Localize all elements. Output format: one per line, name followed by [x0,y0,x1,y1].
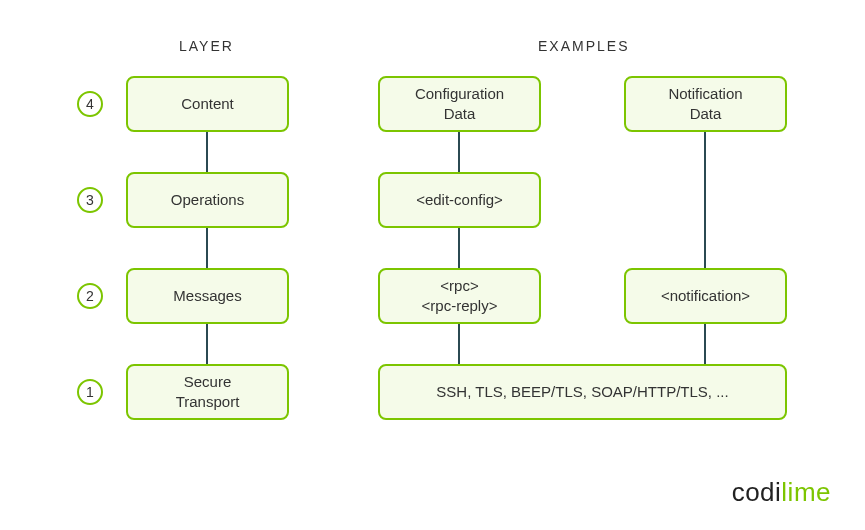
layer-number-2: 2 [77,283,103,309]
layer-number-1: 1 [77,379,103,405]
layer-number-3: 3 [77,187,103,213]
connector-ex-rpc-transport [458,324,460,364]
logo-part1: codi [732,477,782,507]
example-messages-rpc: <rpc> <rpc-reply> [378,268,541,324]
connector-ex-notif-transport [704,324,706,364]
example-transport-protocols: SSH, TLS, BEEP/TLS, SOAP/HTTP/TLS, ... [378,364,787,420]
example-operations-editconfig: <edit-config> [378,172,541,228]
layer-box-content: Content [126,76,289,132]
connector-ex-notifdata-notif [704,132,706,268]
example-content-notification: Notification Data [624,76,787,132]
example-messages-notification: <notification> [624,268,787,324]
connector-layer-3-2 [206,228,208,268]
layer-box-messages: Messages [126,268,289,324]
connector-ex-editconfig-rpc [458,228,460,268]
logo-part2: lime [781,477,831,507]
connector-ex-config-editconfig [458,132,460,172]
brand-logo: codilime [732,477,831,508]
col-header-layer: LAYER [179,38,234,54]
connector-layer-4-3 [206,132,208,172]
layer-box-transport: Secure Transport [126,364,289,420]
layer-number-4: 4 [77,91,103,117]
example-content-config: Configuration Data [378,76,541,132]
layer-box-operations: Operations [126,172,289,228]
col-header-examples: EXAMPLES [538,38,629,54]
connector-layer-2-1 [206,324,208,364]
